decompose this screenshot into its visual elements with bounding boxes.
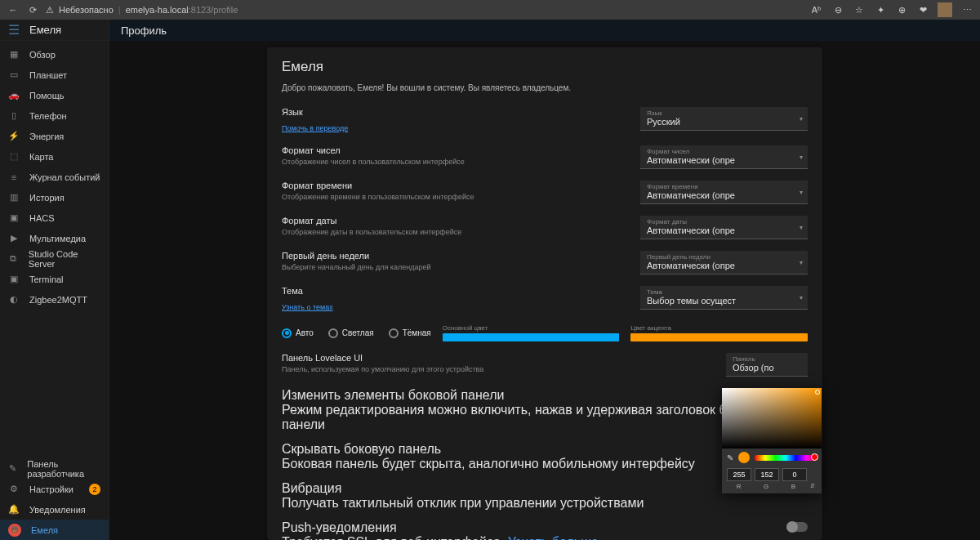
sidebar-item-notifications[interactable]: 🔔Уведомления bbox=[0, 499, 109, 520]
primary-color-box[interactable]: Основной цвет bbox=[443, 324, 620, 341]
hacs-icon: ▣ bbox=[8, 212, 20, 224]
chevron-down-icon: ▾ bbox=[800, 189, 803, 196]
input-r[interactable] bbox=[727, 468, 751, 481]
list-icon: ≡ bbox=[8, 172, 20, 183]
dashboard-icon: ▦ bbox=[8, 49, 20, 60]
welcome-text: Добро пожаловать, Емеля! Вы вошли в сист… bbox=[282, 83, 808, 92]
phone-icon: ▯ bbox=[8, 110, 20, 122]
first-day-select[interactable]: Первый день неделиАвтоматически (опре▾ bbox=[640, 251, 808, 274]
sidebar-item-energy[interactable]: ⚡Энергия bbox=[0, 126, 109, 146]
sidebar-item-overview[interactable]: ▦Обзор bbox=[0, 44, 109, 65]
push-learn-more-link[interactable]: Узнать больше bbox=[508, 535, 599, 540]
sidebar-item-log[interactable]: ≡Журнал событий bbox=[0, 167, 109, 187]
color-picker-popup: ✎ R G B ⇵ bbox=[722, 388, 822, 493]
chevron-down-icon: ▾ bbox=[800, 115, 803, 123]
accent-color-box[interactable]: Цвет акцента bbox=[630, 324, 808, 341]
sidebar-item-devtools[interactable]: ✎Панель разработчика bbox=[0, 458, 109, 479]
media-icon: ▶ bbox=[8, 233, 20, 244]
row-push: Push-уведомленияТребуется SSL для веб-ин… bbox=[282, 520, 808, 540]
date-format-select[interactable]: Формат датыАвтоматически (опре▾ bbox=[640, 216, 808, 239]
sidebar-items-top: ▦Обзор ▭Планшет 🚗Помощь ▯Телефон ⚡Энерги… bbox=[0, 41, 109, 458]
radio-auto[interactable]: Авто bbox=[282, 328, 314, 338]
content: Емеля Добро пожаловать, Емеля! Вы вошли … bbox=[109, 41, 980, 540]
row-first-day: Первый день неделиВыберите начальный ден… bbox=[282, 251, 808, 274]
eyedropper-icon[interactable]: ✎ bbox=[727, 453, 733, 462]
chevron-down-icon: ▾ bbox=[800, 224, 803, 231]
translate-link[interactable]: Помочь в переводе bbox=[282, 124, 348, 132]
saturation-handle[interactable] bbox=[815, 390, 820, 395]
zoom-icon[interactable]: ⊖ bbox=[831, 3, 844, 16]
sidebar-item-vscode[interactable]: ⧉Studio Code Server bbox=[0, 248, 109, 269]
url-text: emelya-ha.local:8123/profile bbox=[126, 5, 238, 15]
more-icon[interactable]: ⋯ bbox=[960, 3, 973, 16]
radio-dark[interactable]: Тёмная bbox=[389, 328, 431, 338]
bell-icon: 🔔 bbox=[8, 504, 20, 515]
read-aloud-icon[interactable]: Aᵇ bbox=[810, 3, 823, 16]
input-b[interactable] bbox=[782, 468, 807, 481]
chevron-down-icon: ▾ bbox=[800, 294, 803, 301]
sidebar-item-map[interactable]: ⬚Карта bbox=[0, 146, 109, 167]
settings-badge: 2 bbox=[89, 484, 100, 495]
sidebar-item-phone[interactable]: ▯Телефон bbox=[0, 105, 109, 126]
extension-icon[interactable]: ❤ bbox=[916, 3, 929, 16]
sidebar-item-help[interactable]: 🚗Помощь bbox=[0, 85, 109, 105]
warning-icon: ⚠ bbox=[46, 5, 54, 16]
dashboard-select[interactable]: ПанельОбзор (по bbox=[726, 353, 808, 377]
sidebar: ☰ Емеля ▦Обзор ▭Планшет 🚗Помощь ▯Телефон… bbox=[0, 20, 109, 540]
push-switch[interactable] bbox=[786, 522, 808, 532]
address-bar[interactable]: ⚠ Небезопасно | emelya-ha.local:8123/pro… bbox=[46, 5, 804, 16]
sidebar-item-tablet[interactable]: ▭Планшет bbox=[0, 65, 109, 85]
chevron-down-icon: ▾ bbox=[800, 154, 803, 161]
favorite-icon[interactable]: ☆ bbox=[853, 3, 866, 16]
main: Профиль Емеля Добро пожаловать, Емеля! В… bbox=[109, 20, 980, 540]
sidebar-item-settings[interactable]: ⚙Настройки2 bbox=[0, 479, 109, 499]
zigbee-icon: ◐ bbox=[8, 294, 20, 306]
wrench-icon: ✎ bbox=[8, 463, 17, 475]
sidebar-item-z2m[interactable]: ◐Zigbee2MQTT bbox=[0, 289, 109, 310]
sidebar-item-history[interactable]: ▥История bbox=[0, 187, 109, 208]
collections-icon[interactable]: ⊕ bbox=[895, 3, 908, 16]
separator: | bbox=[118, 5, 121, 15]
gear-icon: ⚙ bbox=[8, 484, 20, 495]
tablet-icon: ▭ bbox=[8, 69, 20, 81]
sidebar-item-profile[interactable]: 🐻Емеля bbox=[0, 520, 109, 540]
browser-toolbar: ← ⟳ ⚠ Небезопасно | emelya-ha.local:8123… bbox=[0, 0, 980, 20]
chevron-down-icon: ▾ bbox=[800, 259, 803, 266]
theme-mode-row: Авто Светлая Тёмная Основной цвет Цвет а… bbox=[282, 324, 808, 341]
row-language: ЯзыкПомочь в переводе ЯзыкРусский▾ bbox=[282, 107, 808, 134]
theme-select[interactable]: ТемаВыбор темы осущест▾ bbox=[640, 286, 808, 310]
hue-handle[interactable] bbox=[811, 453, 818, 461]
hue-slider[interactable] bbox=[755, 455, 817, 461]
time-format-select[interactable]: Формат времениАвтоматически (опре▾ bbox=[640, 181, 808, 204]
sidebar-item-terminal[interactable]: ▣Terminal bbox=[0, 269, 109, 289]
saturation-panel[interactable] bbox=[722, 388, 822, 449]
terminal-icon: ▣ bbox=[8, 274, 20, 285]
input-g[interactable] bbox=[755, 468, 779, 481]
favorites-bar-icon[interactable]: ✦ bbox=[874, 3, 887, 16]
page-title: Профиль bbox=[121, 25, 167, 37]
label-b: B bbox=[782, 483, 805, 490]
sidebar-item-media[interactable]: ▶Мультимедиа bbox=[0, 228, 109, 248]
themes-link[interactable]: Узнать о темах bbox=[282, 303, 333, 311]
sidebar-header: ☰ Емеля bbox=[0, 20, 109, 41]
row-theme: ТемаУзнать о темах ТемаВыбор темы осущес… bbox=[282, 286, 808, 313]
row-number-format: Формат чиселОтображение чисел в пользова… bbox=[282, 145, 808, 169]
browser-actions: Aᵇ ⊖ ☆ ✦ ⊕ ❤ ⋯ bbox=[810, 2, 973, 17]
profile-avatar[interactable] bbox=[938, 2, 952, 17]
label-g: G bbox=[754, 483, 777, 490]
row-time-format: Формат времениОтображение времени в поль… bbox=[282, 181, 808, 204]
refresh-icon[interactable]: ⟳ bbox=[26, 3, 39, 16]
format-toggle-icon[interactable]: ⇵ bbox=[808, 483, 817, 490]
radio-light[interactable]: Светлая bbox=[328, 328, 374, 338]
page-header: Профиль bbox=[109, 20, 980, 41]
hamburger-icon[interactable]: ☰ bbox=[8, 22, 21, 38]
card-title: Емеля bbox=[282, 59, 808, 75]
back-icon[interactable]: ← bbox=[7, 3, 20, 16]
sidebar-item-hacs[interactable]: ▣HACS bbox=[0, 208, 109, 228]
map-icon: ⬚ bbox=[8, 151, 20, 163]
number-format-select[interactable]: Формат чиселАвтоматически (опре▾ bbox=[640, 145, 808, 169]
insecure-label: Небезопасно bbox=[59, 5, 114, 15]
row-dashboard: Панель Lovelace UIПанель, используемая п… bbox=[282, 353, 808, 377]
label-r: R bbox=[727, 483, 751, 490]
language-select[interactable]: ЯзыкРусский▾ bbox=[640, 107, 808, 131]
